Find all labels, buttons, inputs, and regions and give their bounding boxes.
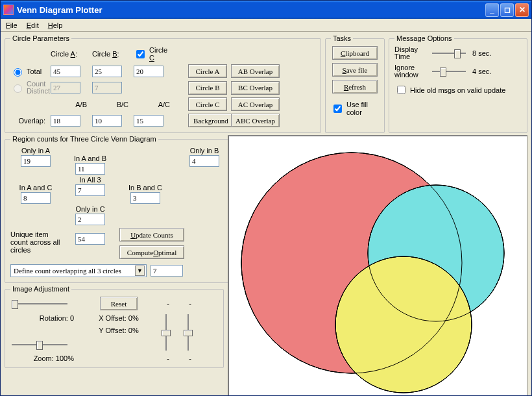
label-circle-b: Circle B: xyxy=(92,50,130,58)
label-yoffset: Y Offset: 0% xyxy=(83,327,154,334)
slider-ignore-window[interactable] xyxy=(431,66,467,77)
input-in-ac[interactable] xyxy=(21,192,51,204)
value-ignore-window: 4 sec. xyxy=(472,68,497,75)
dash-3: - xyxy=(160,354,176,362)
circle-parameters-legend: Circle Parameters xyxy=(10,34,71,42)
input-total-c[interactable] xyxy=(134,66,163,77)
radio-count-distinct: CountDistinct xyxy=(10,80,47,95)
tasks-group: Tasks Clipboard Save file Refresh Use fi… xyxy=(325,34,385,133)
btn-bc-overlap[interactable]: BC Overlap xyxy=(231,81,280,95)
dash-2: - xyxy=(182,300,199,308)
cell-only-a: Only in A xyxy=(10,147,61,167)
input-distinct-a xyxy=(51,82,80,93)
label-ac: A/C xyxy=(134,101,171,108)
value-display-time: 8 sec. xyxy=(472,49,497,57)
btn-clipboard[interactable]: Clipboard xyxy=(332,46,378,60)
input-in-ab[interactable] xyxy=(75,163,105,175)
btn-circle-c[interactable]: Circle C xyxy=(188,97,227,111)
menu-file[interactable]: File xyxy=(6,21,18,29)
close-button[interactable]: ✕ xyxy=(515,3,529,17)
slider-display-time[interactable] xyxy=(431,47,467,59)
tasks-legend: Tasks xyxy=(331,34,353,42)
svg-point-5 xyxy=(335,256,472,393)
input-only-c[interactable] xyxy=(75,214,105,225)
input-distinct-b xyxy=(92,82,122,93)
chevron-down-icon: ▼ xyxy=(135,266,145,276)
input-unique-count[interactable] xyxy=(75,233,105,245)
btn-save-file[interactable]: Save file xyxy=(332,63,378,77)
input-only-a[interactable] xyxy=(21,155,51,167)
input-in-all3[interactable] xyxy=(75,184,105,196)
combo-overlap-mode[interactable]: Define count overlapping all 3 circles ▼ xyxy=(10,264,147,277)
cell-in-ab: In A and B xyxy=(65,155,115,175)
label-ignore-window: Ignorewindow xyxy=(394,64,428,79)
btn-refresh[interactable]: Refresh xyxy=(332,80,378,93)
label-rotation: Rotation: 0 xyxy=(10,314,78,322)
btn-reset[interactable]: Reset xyxy=(100,297,138,310)
input-only-b[interactable] xyxy=(189,155,219,167)
circle-parameters-group: Circle Parameters Circle A: Circle B: Ci… xyxy=(5,34,321,133)
message-options-group: Message Options DisplayTime 8 sec. Ignor… xyxy=(389,34,527,133)
title-bar: Venn Diagram Plotter _ ◻ ✕ xyxy=(1,1,531,19)
image-adjustment-group: Image Adjustment Reset - - Rotation: 0 X… xyxy=(5,285,224,368)
input-in-bc[interactable] xyxy=(130,192,160,204)
slider-xoffset[interactable] xyxy=(160,313,173,352)
input-overlap-bc[interactable] xyxy=(92,115,122,127)
label-display-time: DisplayTime xyxy=(394,46,428,60)
input-overlap-ac[interactable] xyxy=(134,115,163,127)
btn-update-counts[interactable]: Update Counts xyxy=(119,228,184,241)
cell-only-c: Only in C xyxy=(65,205,115,225)
btn-compute-optimal[interactable]: Compute Optimal xyxy=(119,245,184,259)
label-xoffset: X Offset: 0% xyxy=(83,314,154,322)
menu-help[interactable]: Help xyxy=(48,21,63,29)
input-overlap-ab[interactable] xyxy=(51,115,80,127)
cell-in-all3: In All 3 xyxy=(65,176,115,196)
minimize-button[interactable]: _ xyxy=(485,3,499,17)
cell-in-bc: In B and C xyxy=(119,184,171,204)
region-counts-legend: Region counts for Three Circle Venn Diag… xyxy=(10,135,158,143)
slider-yoffset[interactable] xyxy=(182,313,195,352)
maximize-button[interactable]: ◻ xyxy=(500,3,514,17)
menu-bar: File Edit Help xyxy=(1,19,531,32)
checkbox-use-fill-color[interactable]: Use fill color xyxy=(331,101,379,116)
label-zoom: Zoom: 100% xyxy=(10,354,78,362)
venn-svg xyxy=(228,136,527,396)
menu-edit[interactable]: Edit xyxy=(27,21,39,29)
btn-background[interactable]: Background xyxy=(188,114,234,127)
app-icon xyxy=(3,5,14,15)
slider-zoom[interactable] xyxy=(10,339,69,351)
venn-preview xyxy=(228,135,527,396)
cell-only-b: Only in B xyxy=(175,147,234,167)
dash-1: - xyxy=(160,300,176,308)
input-total-a[interactable] xyxy=(51,66,80,77)
input-combo-value[interactable] xyxy=(151,265,183,277)
label-unique-count: Unique item count across all circles xyxy=(10,230,61,254)
radio-total[interactable]: Total xyxy=(10,66,47,77)
checkbox-hide-old-msgs[interactable]: Hide old msgs on valid update xyxy=(394,84,522,96)
image-adjustment-legend: Image Adjustment xyxy=(10,285,71,293)
region-counts-group: Region counts for Three Circle Venn Diag… xyxy=(5,135,239,283)
message-options-legend: Message Options xyxy=(394,34,454,42)
btn-abc-overlap[interactable]: ABC Overlap xyxy=(231,114,280,127)
label-overlap: Overlap: xyxy=(10,117,47,125)
btn-ac-overlap[interactable]: AC Overlap xyxy=(231,97,280,111)
dash-4: - xyxy=(182,354,199,362)
window-title: Venn Diagram Plotter xyxy=(17,5,102,15)
btn-ab-overlap[interactable]: AB Overlap xyxy=(231,64,280,78)
btn-circle-b[interactable]: Circle B xyxy=(188,81,227,95)
btn-circle-a[interactable]: Circle A xyxy=(188,64,227,78)
label-ab: A/B xyxy=(51,101,88,108)
slider-rotation[interactable] xyxy=(10,298,69,310)
input-total-b[interactable] xyxy=(92,66,122,77)
label-circle-a: Circle A: xyxy=(51,50,88,58)
checkbox-circle-c[interactable]: Circle C xyxy=(134,46,171,62)
label-bc: B/C xyxy=(92,101,130,108)
cell-in-ac: In A and C xyxy=(10,184,61,204)
